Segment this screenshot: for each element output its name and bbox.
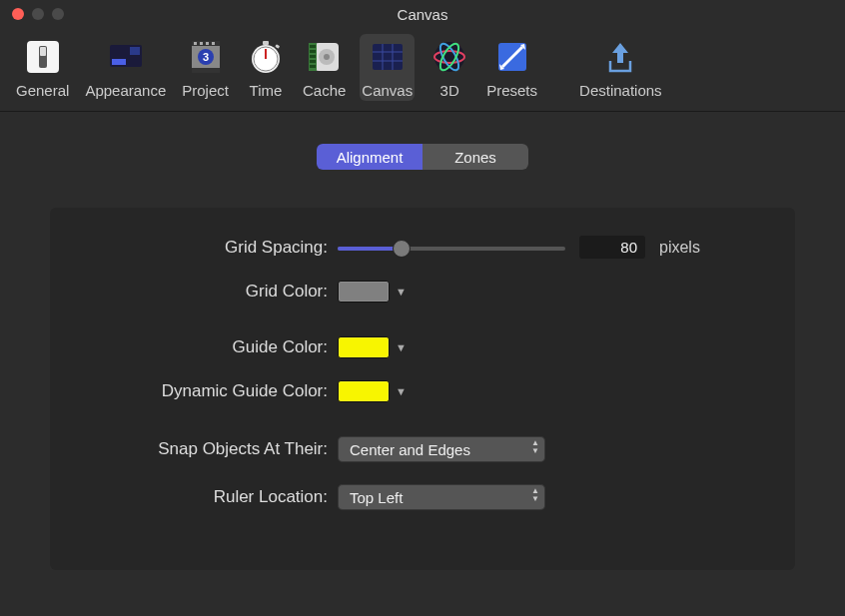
toolbar-item-presets[interactable]: Presets — [484, 34, 539, 101]
close-button[interactable] — [12, 8, 24, 20]
svg-point-22 — [324, 54, 330, 60]
row-dynamic-guide-color: Dynamic Guide Color: ▼ — [90, 380, 755, 402]
cache-icon — [304, 36, 346, 78]
snap-objects-value: Center and Edges — [350, 441, 470, 458]
row-grid-spacing: Grid Spacing: pixels — [90, 236, 755, 259]
stepper-arrows-icon: ▲▼ — [531, 487, 539, 503]
tab-alignment[interactable]: Alignment — [317, 144, 422, 170]
3d-icon — [428, 36, 470, 78]
time-icon — [245, 36, 287, 78]
snap-objects-popup[interactable]: Center and Edges ▲▼ — [338, 436, 545, 462]
grid-color-label: Grid Color: — [90, 282, 338, 302]
row-grid-color: Grid Color: ▼ — [90, 281, 755, 303]
toolbar-label: 3D — [440, 82, 459, 99]
guide-color-label: Guide Color: — [90, 337, 338, 357]
row-ruler-location: Ruler Location: Top Left ▲▼ — [90, 484, 755, 510]
svg-rect-28 — [310, 65, 316, 68]
toolbar-label: Time — [250, 82, 283, 99]
grid-color-well[interactable] — [338, 281, 390, 303]
project-icon: 3 — [185, 36, 227, 78]
minimize-button[interactable] — [32, 8, 44, 20]
svg-rect-27 — [310, 60, 316, 63]
svg-rect-12 — [212, 42, 215, 45]
chevron-down-icon[interactable]: ▼ — [396, 385, 407, 397]
content-area: Alignment Zones Grid Spacing: pixels Gri… — [0, 112, 845, 602]
ruler-location-value: Top Left — [350, 489, 403, 506]
tab-switcher: Alignment Zones — [40, 144, 805, 170]
svg-rect-2 — [40, 47, 46, 56]
toolbar-item-general[interactable]: General — [14, 34, 71, 101]
toolbar-label: Project — [182, 82, 229, 99]
grid-spacing-unit: pixels — [659, 239, 700, 257]
svg-rect-10 — [200, 42, 203, 45]
zoom-button[interactable] — [52, 8, 64, 20]
row-guide-color: Guide Color: ▼ — [90, 336, 755, 358]
svg-rect-26 — [310, 55, 316, 58]
toolbar-label: Destinations — [579, 82, 662, 99]
toolbar-label: Presets — [486, 82, 537, 99]
svg-rect-24 — [310, 45, 316, 48]
grid-spacing-field[interactable] — [579, 236, 645, 259]
toolbar-label: General — [16, 82, 69, 99]
grid-spacing-slider[interactable] — [338, 238, 565, 258]
svg-rect-5 — [130, 47, 140, 55]
toolbar-item-appearance[interactable]: Appearance — [83, 34, 168, 101]
grid-spacing-label: Grid Spacing: — [90, 238, 338, 258]
svg-text:3: 3 — [203, 51, 209, 63]
svg-rect-8 — [192, 68, 220, 73]
general-icon — [22, 36, 64, 78]
toolbar-label: Appearance — [85, 82, 166, 99]
stepper-arrows-icon: ▲▼ — [531, 439, 539, 455]
svg-rect-25 — [310, 50, 316, 53]
dynamic-guide-color-well[interactable] — [338, 380, 390, 402]
appearance-icon — [105, 36, 147, 78]
canvas-icon — [367, 36, 409, 78]
toolbar-item-canvas[interactable]: Canvas — [360, 34, 415, 101]
window-title: Canvas — [0, 6, 845, 23]
svg-rect-4 — [112, 59, 126, 65]
chevron-down-icon[interactable]: ▼ — [396, 286, 407, 298]
alignment-panel: Grid Spacing: pixels Grid Color: ▼ Guide… — [50, 208, 795, 570]
svg-rect-9 — [194, 42, 197, 45]
ruler-location-popup[interactable]: Top Left ▲▼ — [338, 484, 545, 510]
prefs-toolbar: General Appearance 3 Project Time Cache … — [0, 28, 845, 112]
svg-rect-29 — [373, 44, 403, 70]
row-snap-objects: Snap Objects At Their: Center and Edges … — [90, 436, 755, 462]
toolbar-item-time[interactable]: Time — [243, 34, 289, 101]
svg-rect-11 — [206, 42, 209, 45]
titlebar: Canvas — [0, 0, 845, 28]
dynamic-guide-color-label: Dynamic Guide Color: — [90, 381, 338, 401]
tab-zones[interactable]: Zones — [422, 144, 528, 170]
presets-icon — [491, 36, 533, 78]
snap-objects-label: Snap Objects At Their: — [90, 439, 338, 459]
svg-rect-19 — [275, 44, 280, 49]
ruler-location-label: Ruler Location: — [90, 487, 338, 507]
toolbar-item-project[interactable]: 3 Project — [180, 34, 231, 101]
guide-color-well[interactable] — [338, 336, 390, 358]
toolbar-item-cache[interactable]: Cache — [301, 34, 348, 101]
toolbar-item-destinations[interactable]: Destinations — [577, 34, 664, 101]
toolbar-item-3d[interactable]: 3D — [426, 34, 472, 101]
chevron-down-icon[interactable]: ▼ — [396, 341, 407, 353]
window-controls — [12, 8, 64, 20]
toolbar-label: Canvas — [362, 82, 413, 99]
svg-rect-17 — [263, 41, 269, 45]
toolbar-label: Cache — [303, 82, 346, 99]
destinations-icon — [599, 36, 641, 78]
